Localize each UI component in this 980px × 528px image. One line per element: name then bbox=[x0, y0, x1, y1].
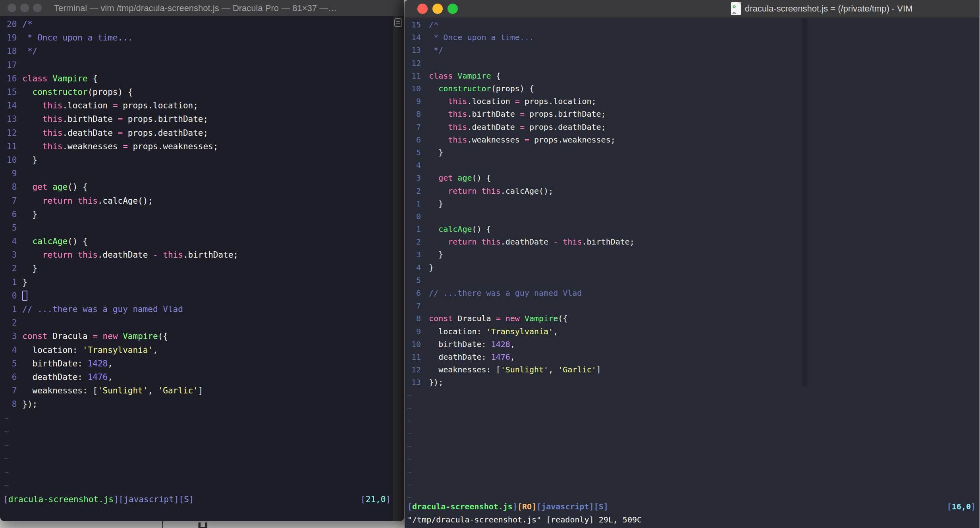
code-line: 0 bbox=[0, 289, 393, 303]
line-number: 15 bbox=[7, 87, 17, 97]
scrollbar-thumb[interactable] bbox=[802, 18, 807, 386]
tilde-line: ~ bbox=[0, 465, 393, 479]
status-segment: [ bbox=[3, 495, 8, 504]
close-button-icon[interactable] bbox=[8, 4, 16, 12]
code-line: 18 */ bbox=[0, 44, 393, 58]
line-number: 13 bbox=[411, 378, 421, 387]
tilde-line: ~ bbox=[0, 479, 393, 492]
code-line: 4 bbox=[405, 159, 980, 172]
tilde-marker: ~ bbox=[407, 467, 412, 477]
code-line: 17 bbox=[0, 58, 393, 72]
vim-statusline: [dracula-screenshot.js][RO][javascript][… bbox=[407, 502, 608, 511]
line-number: 12 bbox=[411, 365, 421, 374]
line-number: 16 bbox=[7, 74, 17, 83]
code-line: 4 calcAge() { bbox=[0, 235, 393, 248]
code-line: 2 bbox=[0, 316, 393, 330]
split-pane-button[interactable] bbox=[394, 18, 402, 27]
code-line: 16class Vampire { bbox=[0, 72, 393, 85]
code-line: 19 * Once upon a time... bbox=[0, 31, 393, 44]
line-number: 8 bbox=[7, 399, 17, 409]
line-number: 7 bbox=[411, 122, 421, 132]
tilde-marker: ~ bbox=[407, 441, 412, 451]
tilde-marker: ~ bbox=[4, 481, 9, 490]
line-number: 2 bbox=[7, 318, 17, 328]
line-number: 20 bbox=[7, 19, 17, 29]
left-code[interactable]: 20/*19 * Once upon a time...18 */1716cla… bbox=[0, 17, 393, 493]
status-segment: [javascript][S] bbox=[119, 495, 194, 504]
code-line: 20/* bbox=[0, 17, 393, 31]
line-number: 1 bbox=[411, 199, 421, 208]
code-line: 14 * Once upon a time... bbox=[405, 31, 980, 44]
code-line: 1 } bbox=[405, 197, 980, 210]
code-line: 9 location: 'Transylvania', bbox=[405, 325, 980, 338]
code-line: 3 } bbox=[405, 248, 980, 261]
line-number: 13 bbox=[411, 45, 421, 55]
line-number: 8 bbox=[411, 109, 421, 119]
line-number: 5 bbox=[411, 276, 421, 285]
minimize-button-icon[interactable] bbox=[20, 4, 29, 12]
code-line: 7 this.deathDate = props.deathDate; bbox=[405, 121, 980, 133]
code-line: 14 this.location = props.location; bbox=[0, 99, 393, 112]
code-line: 5 } bbox=[405, 146, 980, 159]
line-number: 18 bbox=[7, 46, 17, 56]
line-number: 14 bbox=[411, 33, 421, 42]
line-number: 3 bbox=[411, 173, 421, 183]
code-line: 1 calcAge() { bbox=[405, 223, 980, 235]
right-code[interactable]: 15/*14 * Once upon a time...13 */1211cla… bbox=[405, 18, 980, 504]
status-segment: 21,0 bbox=[366, 495, 386, 504]
line-number: 1 bbox=[7, 277, 17, 287]
code-line: 6 deathDate: 1476, bbox=[0, 370, 393, 384]
line-number: 4 bbox=[411, 160, 421, 170]
close-button-icon[interactable] bbox=[417, 4, 428, 14]
terminal-titlebar[interactable]: Terminal — vim /tmp/dracula-screenshot.j… bbox=[0, 0, 404, 16]
zoom-button-icon[interactable] bbox=[448, 4, 458, 14]
line-number: 11 bbox=[411, 352, 421, 362]
minimize-button-icon[interactable] bbox=[432, 4, 443, 14]
tilde-marker: ~ bbox=[407, 454, 412, 464]
line-number: 12 bbox=[7, 128, 17, 138]
tilde-line: ~ bbox=[405, 478, 980, 491]
code-line: 13 this.birthDate = props.birthDate; bbox=[0, 112, 393, 126]
terminal-scrollbar[interactable] bbox=[393, 16, 404, 521]
code-line: 15 constructor(props) { bbox=[0, 85, 393, 99]
code-line: 1} bbox=[0, 276, 393, 289]
code-line: 13 */ bbox=[405, 44, 980, 56]
code-line: 7 bbox=[405, 299, 980, 312]
code-line: 8 get age() { bbox=[0, 180, 393, 194]
line-number: 7 bbox=[7, 196, 17, 206]
title-group: » JS dracula-screenshot.js = (/private/t… bbox=[731, 2, 912, 15]
line-number: 7 bbox=[411, 301, 421, 310]
macvim-titlebar[interactable]: » JS dracula-screenshot.js = (/private/t… bbox=[405, 0, 980, 18]
zoom-button-icon[interactable] bbox=[33, 4, 42, 12]
line-number: 4 bbox=[411, 263, 421, 272]
tilde-marker: ~ bbox=[4, 454, 9, 463]
code-line: 1// ...there was a guy named Vlad bbox=[0, 303, 393, 316]
line-number: 6 bbox=[411, 288, 421, 298]
line-number: 9 bbox=[411, 327, 421, 336]
code-line: 9 bbox=[0, 167, 393, 180]
code-line: 10 birthDate: 1428, bbox=[405, 338, 980, 351]
line-number: 1 bbox=[7, 304, 17, 314]
line-number: 12 bbox=[411, 58, 421, 68]
line-number: 6 bbox=[7, 210, 17, 219]
code-line: 8}); bbox=[0, 397, 393, 411]
code-line: 15/* bbox=[405, 18, 980, 31]
window-title: Terminal — vim /tmp/dracula-screenshot.j… bbox=[54, 3, 399, 13]
code-line: 5 bbox=[0, 221, 393, 235]
tilde-marker: ~ bbox=[4, 427, 9, 436]
tilde-line: ~ bbox=[0, 438, 393, 452]
line-number: 6 bbox=[411, 135, 421, 145]
code-line: 5 birthDate: 1428, bbox=[0, 357, 393, 370]
code-line: 3 return this.deathDate - this.birthDate… bbox=[0, 248, 393, 262]
line-number: 5 bbox=[411, 148, 421, 157]
line-number: 0 bbox=[7, 291, 17, 301]
code-line: 7 return this.calcAge(); bbox=[0, 194, 393, 207]
line-number: 5 bbox=[7, 359, 17, 368]
line-number: 1 bbox=[411, 224, 421, 234]
status-segment: dracula-screenshot.js bbox=[8, 495, 114, 504]
line-number: 5 bbox=[7, 223, 17, 233]
code-line: 3 get age() { bbox=[405, 172, 980, 184]
tilde-line: ~ bbox=[0, 452, 393, 465]
line-number: 2 bbox=[411, 186, 421, 196]
macvim-window: » JS dracula-screenshot.js = (/private/t… bbox=[405, 0, 980, 528]
